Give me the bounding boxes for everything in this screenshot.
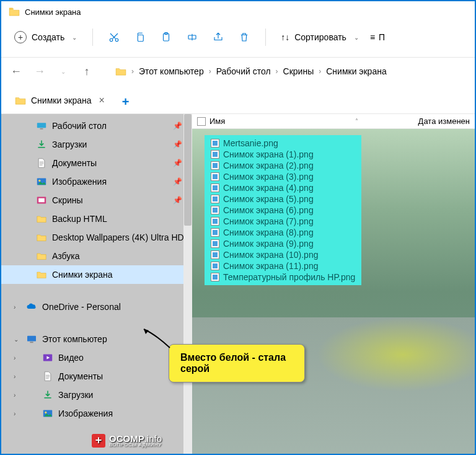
sidebar-item[interactable]: Desktop Wallpapers (4K) Ultra HD: [1, 228, 192, 247]
file-name: Снимок экрана (4).png: [223, 183, 314, 193]
copy-button[interactable]: [129, 26, 151, 48]
file-item[interactable]: Снимок экрана (10).png: [208, 249, 358, 260]
file-name: Снимок экрана (6).png: [223, 205, 314, 215]
chevron-down-icon: ⌄: [72, 34, 77, 41]
expand-icon[interactable]: ›: [14, 410, 15, 417]
pin-icon: 📌: [173, 140, 182, 149]
watermark-text: OCOMP.info ВОПРОСЫ АДМИНУ: [109, 433, 162, 448]
file-item[interactable]: Снимок экрана (6).png: [208, 205, 358, 216]
back-button[interactable]: ←: [9, 64, 24, 79]
image-file-icon: [211, 139, 219, 148]
file-item[interactable]: Снимок экрана (5).png: [208, 193, 358, 205]
file-item[interactable]: Снимок экрана (8).png: [208, 227, 358, 238]
image-file-icon: [211, 239, 219, 248]
sidebar-item-label: OneDrive - Personal: [42, 302, 121, 312]
file-item[interactable]: Снимок экрана (7).png: [208, 216, 358, 227]
image-file-icon: [211, 183, 219, 192]
file-item[interactable]: Снимок экрана (2).png: [208, 160, 358, 171]
sidebar-item[interactable]: Рабочий стол📌: [1, 117, 192, 135]
sidebar-item[interactable]: ›Загрузки: [1, 386, 192, 404]
screenshot-icon: [36, 195, 47, 206]
tab-label: Снимки экрана: [31, 95, 91, 105]
onedrive-icon: [26, 301, 37, 312]
folder-icon: [36, 269, 47, 280]
breadcrumb-item[interactable]: Рабочий стол: [216, 66, 271, 76]
scrollbar-thumb[interactable]: [184, 114, 192, 226]
sidebar-item-onedrive[interactable]: › OneDrive - Personal: [1, 298, 192, 316]
sidebar-item[interactable]: ›Документы: [1, 367, 192, 386]
sidebar-item[interactable]: Изображения📌: [1, 172, 192, 191]
sidebar-item[interactable]: Снимки экрана: [1, 265, 192, 284]
file-item[interactable]: Снимок экрана (1).png: [208, 149, 358, 160]
file-area[interactable]: Mertsanie.pngСнимок экрана (1).pngСнимок…: [192, 129, 475, 454]
sidebar-item[interactable]: Backup HTML: [1, 210, 192, 228]
add-tab-button[interactable]: +: [116, 92, 136, 112]
sidebar-item-label: Документы: [58, 371, 103, 381]
collapse-icon[interactable]: ⌄: [14, 336, 19, 343]
delete-button[interactable]: [233, 26, 255, 48]
breadcrumb-item[interactable]: Снимки экрана: [326, 66, 386, 76]
desktop-icon: [36, 120, 47, 131]
image-file-icon: [211, 228, 219, 237]
rename-button[interactable]: [181, 26, 203, 48]
breadcrumb-item[interactable]: Этот компьютер: [139, 66, 204, 76]
sidebar-item[interactable]: ›Изображения: [1, 404, 192, 423]
column-date[interactable]: Дата изменен: [418, 117, 470, 126]
new-button[interactable]: + Создать ⌄: [9, 28, 82, 46]
sidebar-item-label: Видео: [58, 353, 84, 363]
cut-button[interactable]: [103, 26, 125, 48]
sidebar-item-label: Desktop Wallpapers (4K) Ultra HD: [52, 232, 184, 242]
expand-icon[interactable]: ›: [14, 392, 15, 399]
file-item[interactable]: Снимок экрана (4).png: [208, 182, 358, 193]
column-name[interactable]: Имя ˄: [209, 117, 395, 126]
explorer-window: Снимки экрана + Создать ⌄ ↑↓ Сортировать…: [0, 0, 476, 455]
sort-button[interactable]: ↑↓ Сортировать ⌄: [276, 30, 364, 45]
sidebar-item[interactable]: Документы📌: [1, 154, 192, 172]
sort-icon: ↑↓: [281, 32, 289, 42]
breadcrumb-item[interactable]: Скрины: [283, 66, 314, 76]
image-file-icon: [211, 195, 219, 203]
video-icon: [42, 352, 53, 363]
file-item[interactable]: Снимок экрана (11).png: [208, 260, 358, 272]
file-item[interactable]: Температурный профиль HP.png: [208, 272, 358, 283]
tree-section-quick: Рабочий стол📌Загрузки📌Документы📌Изображе…: [1, 114, 192, 286]
sidebar-item[interactable]: Азбука: [1, 247, 192, 265]
expand-icon[interactable]: ›: [14, 373, 15, 380]
chevron-right-icon: ›: [131, 67, 134, 76]
expand-icon[interactable]: ›: [14, 355, 15, 361]
tab[interactable]: Снимки экрана ×: [7, 90, 112, 113]
chevron-right-icon: ›: [276, 67, 278, 76]
sidebar-item[interactable]: Загрузки📌: [1, 135, 192, 154]
close-icon[interactable]: ×: [99, 95, 104, 106]
share-button[interactable]: [207, 26, 229, 48]
up-button[interactable]: ↑: [79, 64, 94, 79]
forward-button[interactable]: →: [32, 64, 47, 79]
paste-button[interactable]: [155, 26, 177, 48]
file-name: Mertsanie.png: [223, 138, 278, 148]
expand-icon[interactable]: ›: [14, 304, 15, 311]
callout-pointer: [143, 328, 174, 353]
file-item[interactable]: Mertsanie.png: [208, 138, 358, 149]
view-label: П: [379, 32, 385, 42]
chevron-right-icon: ›: [319, 67, 321, 76]
view-button[interactable]: ≡ П: [368, 30, 387, 45]
select-all-checkbox[interactable]: [197, 117, 206, 126]
pin-icon: 📌: [173, 121, 182, 130]
download-icon: [42, 389, 53, 400]
scrollbar[interactable]: [183, 114, 192, 454]
sidebar-item-label: Рабочий стол: [52, 121, 107, 131]
recent-chevron[interactable]: ⌄: [56, 64, 71, 79]
file-name: Снимок экрана (5).png: [223, 194, 314, 204]
svg-rect-6: [37, 123, 46, 128]
file-list: Mertsanie.pngСнимок экрана (1).pngСнимок…: [205, 135, 361, 285]
separator: [92, 29, 93, 46]
sidebar-item[interactable]: Скрины📌: [1, 191, 192, 210]
image-file-icon: [211, 150, 219, 159]
svg-point-9: [38, 180, 40, 182]
sort-label: Сортировать: [294, 32, 346, 42]
pin-icon: 📌: [173, 196, 182, 205]
file-item[interactable]: Снимок экрана (3).png: [208, 171, 358, 182]
file-name: Снимок экрана (2).png: [223, 161, 314, 170]
watermark: + OCOMP.info ВОПРОСЫ АДМИНУ: [92, 433, 162, 448]
file-item[interactable]: Снимок экрана (9).png: [208, 238, 358, 249]
